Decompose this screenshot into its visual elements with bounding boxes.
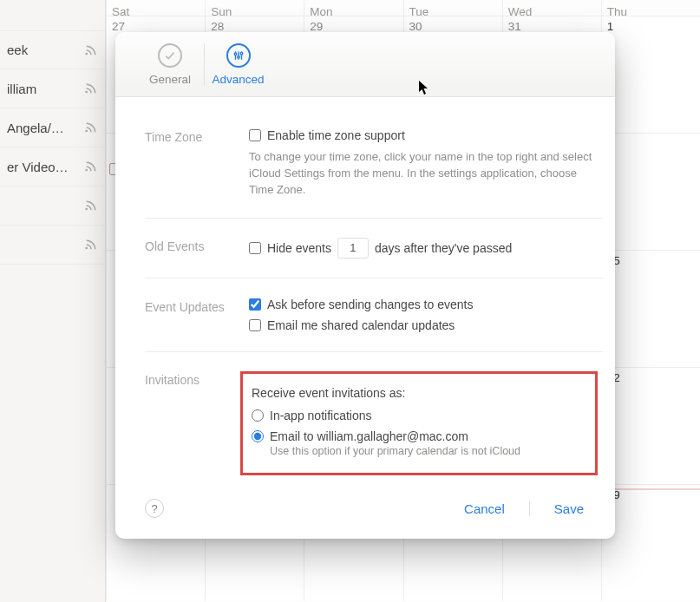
sidebar-item[interactable]: illiam [0,69,105,108]
invite-email-label[interactable]: Email to william.gallagher@mac.com [270,429,468,443]
enable-timezone-label[interactable]: Enable time zone support [267,128,405,142]
broadcast-icon [84,238,98,252]
timezone-description: To change your time zone, click your nam… [249,149,603,199]
tab-advanced[interactable]: Advanced [204,43,271,86]
sliders-icon [226,43,251,68]
sidebar-item[interactable]: Angela/… [0,108,105,147]
sidebar-item-label: er Video… [7,160,69,174]
section-old-events: Old Events Hide events days after they'v… [145,219,603,278]
hide-events-suffix: days after they've passed [375,241,512,255]
broadcast-icon [84,121,98,134]
hide-events-checkbox[interactable] [249,242,261,254]
calendar-cell[interactable]: 15 [601,251,700,367]
invitations-heading: Receive event invitations as: [252,386,405,400]
hide-events-days-input[interactable] [337,238,369,258]
invite-inapp-radio[interactable] [252,409,264,422]
tab-label: General [149,73,191,86]
calendar-cell[interactable]: 8 [601,134,700,250]
modal-body: Time Zone Enable time zone support To ch… [115,97,615,489]
sidebar-item-label: eek [7,43,28,57]
svg-point-4 [237,56,239,58]
hide-events-prefix[interactable]: Hide events [267,241,331,255]
email-shared-updates-label[interactable]: Email me shared calendar updates [267,318,455,332]
calendar-cell[interactable]: 1 [601,16,700,133]
invite-email-radio[interactable] [252,430,264,442]
calendar-sidebar: eek illiam Angela/… er Video… [0,0,106,602]
cancel-button[interactable]: Cancel [457,498,512,520]
ask-before-sending-checkbox[interactable] [249,298,261,311]
enable-timezone-checkbox[interactable] [249,129,261,141]
sidebar-item-label: Angela/… [7,121,64,135]
tab-label: Advanced [212,73,264,86]
modal-tabs: General Advanced [115,32,615,97]
modal-footer: ? Cancel Save [115,489,615,539]
sidebar-item[interactable] [0,226,105,265]
broadcast-icon [84,43,98,57]
section-timezone: Time Zone Enable time zone support To ch… [145,120,603,219]
sidebar-item[interactable]: er Video… [0,147,105,186]
invite-inapp-label[interactable]: In-app notifications [270,409,372,422]
section-label: Invitations [145,371,249,475]
invitations-highlight: Receive event invitations as: In-app not… [240,371,598,475]
ask-before-sending-label[interactable]: Ask before sending changes to events [267,298,473,311]
broadcast-icon [84,82,98,95]
broadcast-icon [84,199,98,213]
preferences-modal: General Advanced Time Zone Enable time z… [115,32,615,539]
section-invitations: Invitations Receive event invitations as… [145,352,603,481]
section-label: Event Updates [145,298,249,332]
calendar-cell[interactable]: 29 [601,485,700,601]
button-separator [529,501,530,516]
section-event-updates: Event Updates Ask before sending changes… [145,278,603,352]
checkmark-icon [158,43,182,68]
svg-point-3 [234,52,237,55]
invite-email-description: Use this option if your primary calendar… [270,445,586,457]
save-button[interactable]: Save [547,498,591,520]
tab-general[interactable]: General [136,43,204,86]
broadcast-icon [84,160,98,173]
sidebar-item-label: illiam [7,82,36,96]
calendar-cell[interactable]: 22 [601,368,700,484]
section-label: Old Events [145,238,249,258]
help-button[interactable]: ? [145,499,164,518]
sidebar-item[interactable] [0,186,105,226]
svg-point-5 [240,52,243,55]
section-label: Time Zone [145,128,249,199]
sidebar-item[interactable]: eek [0,30,105,69]
email-shared-updates-checkbox[interactable] [249,319,261,331]
